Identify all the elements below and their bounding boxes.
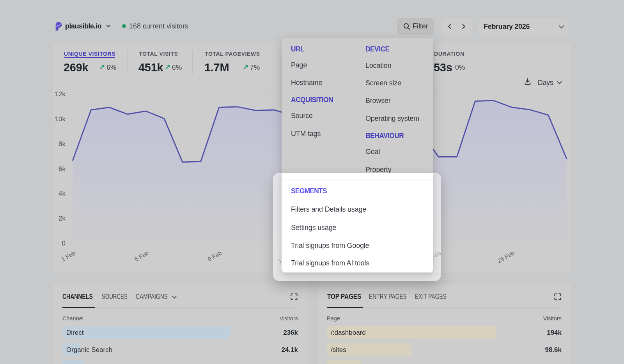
svg-text:1 Feb: 1 Feb bbox=[60, 249, 76, 263]
svg-text:4k: 4k bbox=[58, 190, 66, 197]
svg-text:9 Feb: 9 Feb bbox=[206, 249, 223, 263]
svg-text:10k: 10k bbox=[55, 115, 66, 123]
svg-text:12k: 12k bbox=[55, 90, 66, 98]
svg-text:25 Feb: 25 Feb bbox=[496, 249, 516, 264]
svg-text:6k: 6k bbox=[58, 165, 66, 173]
svg-text:8k: 8k bbox=[58, 140, 66, 148]
svg-text:5 Feb: 5 Feb bbox=[133, 249, 150, 263]
svg-text:0: 0 bbox=[62, 240, 66, 247]
svg-text:2k: 2k bbox=[58, 215, 66, 222]
